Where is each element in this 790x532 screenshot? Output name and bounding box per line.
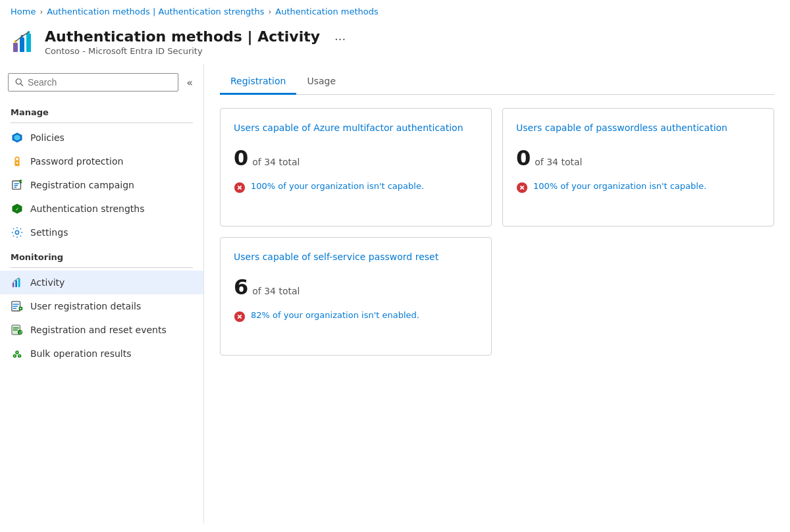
sidebar-item-registration-campaign[interactable]: + Registration campaign xyxy=(0,173,203,197)
card-passwordless-total: of 34 total xyxy=(535,157,582,167)
svg-point-20 xyxy=(15,230,18,234)
sidebar-item-registration-reset[interactable]: ↺ Registration and reset events xyxy=(0,318,203,342)
card-mfa-status: 100% of your organization isn't capable. xyxy=(234,181,478,194)
sidebar-item-user-registration[interactable]: User registration details xyxy=(0,294,203,318)
svg-rect-21 xyxy=(13,282,14,287)
registration-campaign-icon: + xyxy=(11,178,24,192)
card-mfa-status-text: 100% of your organization isn't capable. xyxy=(251,181,424,191)
policies-icon xyxy=(11,131,24,144)
page-subtitle: Contoso - Microsoft Entra ID Security xyxy=(45,46,320,56)
card-sspr-status-text: 82% of your organization isn't enabled. xyxy=(251,310,419,320)
svg-rect-22 xyxy=(15,280,17,287)
card-mfa-total: of 34 total xyxy=(252,157,300,167)
card-mfa-number: 0 xyxy=(234,146,248,171)
sidebar-item-activity[interactable]: Activity xyxy=(0,271,203,294)
card-passwordless-status: 100% of your organization isn't capable. xyxy=(516,181,760,194)
svg-point-6 xyxy=(16,79,21,84)
svg-rect-0 xyxy=(13,43,18,52)
breadcrumb-auth-methods[interactable]: Authentication methods xyxy=(275,7,379,16)
svg-rect-14 xyxy=(14,185,18,186)
activity-label: Activity xyxy=(30,277,65,288)
svg-point-41 xyxy=(16,352,18,354)
card-passwordless: Users capable of passwordless authentica… xyxy=(502,108,774,226)
monitoring-divider xyxy=(11,267,193,268)
svg-text:↺: ↺ xyxy=(18,330,22,334)
sidebar-item-policies[interactable]: Policies xyxy=(0,126,203,149)
registration-reset-label: Registration and reset events xyxy=(30,325,167,335)
card-sspr-count: 6 of 34 total xyxy=(234,275,478,300)
tabs-bar: Registration Usage xyxy=(220,69,774,95)
svg-text:+: + xyxy=(20,180,23,183)
main-layout: « Manage Policies Password prote xyxy=(0,64,790,523)
main-content: Registration Usage Users capable of Azur… xyxy=(204,64,790,523)
activity-icon xyxy=(11,276,24,289)
sidebar-item-bulk-operation[interactable]: Bulk operation results xyxy=(0,342,203,365)
card-sspr-title[interactable]: Users capable of self-service password r… xyxy=(234,251,478,264)
tab-registration[interactable]: Registration xyxy=(220,69,296,95)
search-row: « xyxy=(0,69,203,99)
breadcrumb-home[interactable]: Home xyxy=(11,7,36,16)
tab-usage[interactable]: Usage xyxy=(296,69,346,95)
sidebar-item-auth-strengths[interactable]: ✓ Authentication strengths xyxy=(0,197,203,221)
header-text: Authentication methods | Activity Contos… xyxy=(45,28,320,56)
svg-rect-26 xyxy=(13,306,18,307)
more-options-button[interactable]: ··· xyxy=(334,32,346,46)
sidebar: « Manage Policies Password prote xyxy=(0,64,204,523)
app-icon xyxy=(11,30,37,56)
settings-label: Settings xyxy=(30,227,68,238)
collapse-sidebar-button[interactable]: « xyxy=(184,74,196,92)
svg-point-39 xyxy=(14,355,16,357)
monitoring-section-label: Monitoring xyxy=(0,247,203,265)
svg-rect-1 xyxy=(20,38,24,52)
error-icon-mfa xyxy=(234,182,246,194)
password-protection-icon xyxy=(11,155,24,168)
card-mfa: Users capable of Azure multifactor authe… xyxy=(220,108,492,226)
breadcrumb: Home › Authentication methods | Authenti… xyxy=(0,0,790,23)
svg-rect-2 xyxy=(26,34,31,52)
svg-rect-32 xyxy=(13,327,19,328)
manage-divider xyxy=(11,122,193,123)
card-passwordless-title[interactable]: Users capable of passwordless authentica… xyxy=(516,122,760,135)
card-passwordless-count: 0 of 34 total xyxy=(516,146,760,171)
user-registration-label: User registration details xyxy=(30,301,141,311)
svg-rect-23 xyxy=(18,279,20,288)
svg-point-11 xyxy=(16,162,18,164)
authentication-strengths-icon: ✓ xyxy=(11,202,24,215)
sidebar-item-password-protection[interactable]: Password protection xyxy=(0,149,203,173)
svg-point-40 xyxy=(18,355,20,357)
breadcrumb-auth-strengths[interactable]: Authentication methods | Authentication … xyxy=(47,7,264,16)
breadcrumb-sep-2: › xyxy=(268,7,271,16)
page-header: Authentication methods | Activity Contos… xyxy=(0,23,790,64)
svg-rect-27 xyxy=(13,308,16,309)
password-protection-label: Password protection xyxy=(30,156,123,167)
card-sspr: Users capable of self-service password r… xyxy=(220,237,492,356)
error-icon-sspr xyxy=(234,311,246,323)
card-sspr-number: 6 xyxy=(234,275,248,300)
svg-rect-33 xyxy=(13,330,18,331)
search-icon xyxy=(15,78,24,87)
search-box[interactable] xyxy=(8,73,178,92)
user-registration-icon xyxy=(11,300,24,313)
svg-rect-13 xyxy=(14,183,19,184)
policies-label: Policies xyxy=(30,132,65,143)
cards-grid: Users capable of Azure multifactor authe… xyxy=(220,108,774,356)
bulk-operation-label: Bulk operation results xyxy=(30,348,132,359)
card-passwordless-number: 0 xyxy=(516,146,531,171)
card-mfa-title[interactable]: Users capable of Azure multifactor authe… xyxy=(234,122,478,135)
breadcrumb-sep-1: › xyxy=(40,7,43,16)
svg-rect-25 xyxy=(13,304,19,304)
search-input[interactable] xyxy=(28,77,171,88)
auth-strengths-label: Authentication strengths xyxy=(30,203,144,214)
manage-section-label: Manage xyxy=(0,102,203,120)
registration-campaign-label: Registration campaign xyxy=(30,180,134,190)
sidebar-item-settings[interactable]: Settings xyxy=(0,221,203,244)
registration-reset-icon: ↺ xyxy=(11,323,24,336)
svg-rect-15 xyxy=(14,187,17,188)
card-passwordless-status-text: 100% of your organization isn't capable. xyxy=(533,181,706,191)
error-icon-passwordless xyxy=(516,182,528,194)
svg-line-7 xyxy=(20,84,23,86)
card-sspr-total: of 34 total xyxy=(252,286,300,296)
bulk-operation-icon xyxy=(11,347,24,360)
settings-icon xyxy=(11,226,24,239)
card-mfa-count: 0 of 34 total xyxy=(234,146,478,171)
